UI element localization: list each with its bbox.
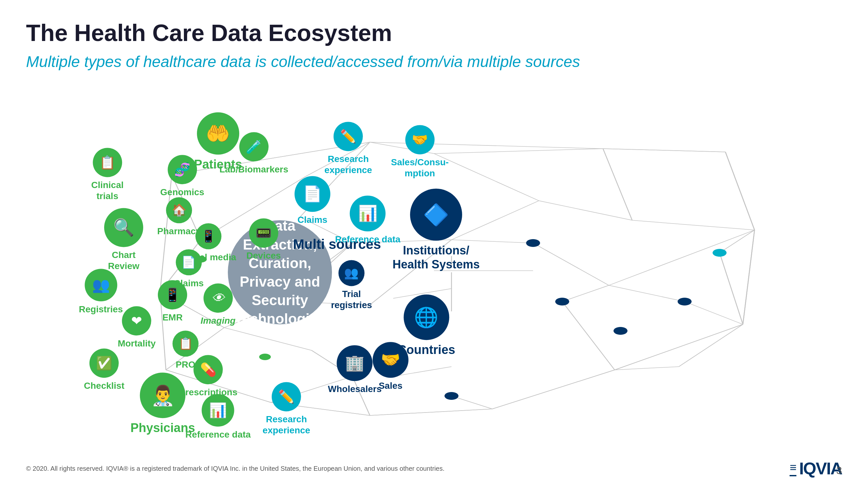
label-chart-review: ChartReview	[108, 250, 140, 271]
svg-line-42	[370, 409, 492, 416]
svg-line-33	[720, 253, 743, 324]
svg-line-52	[562, 301, 615, 370]
node-trial-registries: 👥 Trialregistries	[331, 260, 372, 311]
node-clinical-trials: 📋 Clinicaltrials	[91, 148, 124, 201]
node-reference-data-teal: 📊 Reference data	[335, 196, 401, 245]
svg-line-8	[725, 152, 755, 230]
label-wholesalers: Wholesalers	[328, 384, 382, 395]
svg-line-11	[632, 220, 754, 230]
footer-text: © 2020. All rights reserved. IQVIA® is a…	[26, 465, 444, 473]
svg-line-54	[720, 230, 754, 253]
label-trial-registries: Trialregistries	[331, 289, 372, 311]
label-registries: Registries	[79, 304, 123, 315]
svg-line-35	[492, 370, 615, 409]
label-imaging: Imaging	[200, 315, 235, 326]
label-ref-data-bottom: Reference data	[186, 429, 251, 440]
svg-line-32	[615, 324, 743, 370]
node-ref-data-bottom: 📊 Reference data	[186, 394, 251, 440]
node-claims-teal: 📄 Claims	[294, 176, 330, 225]
svg-line-34	[615, 367, 679, 370]
svg-point-74	[614, 327, 627, 335]
label-mortality: Mortality	[118, 338, 156, 349]
svg-line-53	[685, 301, 743, 324]
svg-point-72	[555, 298, 569, 305]
label-emr: EMR	[162, 312, 183, 323]
node-sales-consumption: 🤝 Sales/Consu-mption	[391, 125, 448, 178]
svg-line-29	[609, 285, 685, 301]
label-research-exp-bottom: Researchexperience	[262, 414, 310, 435]
label-claims-teal: Claims	[298, 215, 328, 225]
label-checklist: Checklist	[84, 380, 125, 391]
svg-line-59	[615, 324, 743, 370]
svg-line-28	[562, 285, 609, 301]
footer: © 2020. All rights reserved. IQVIA® is a…	[26, 459, 842, 478]
svg-line-7	[603, 149, 632, 220]
label-sales: Sales	[378, 380, 402, 391]
svg-line-27	[609, 230, 755, 285]
label-genomics: Genomics	[160, 187, 204, 198]
svg-line-57	[725, 152, 755, 230]
label-sales-consumption: Sales/Consu-mption	[391, 157, 448, 178]
label-research-exp-top: Researchexperience	[324, 154, 372, 175]
svg-line-36	[452, 396, 492, 409]
node-research-exp-bottom: ✏️ Researchexperience	[262, 382, 310, 435]
node-mortality: ❤ Mortality	[118, 306, 156, 349]
label-clinical-trials: Clinicaltrials	[91, 180, 124, 201]
node-genomics: 🧬 Genomics	[160, 155, 204, 198]
svg-line-31	[679, 324, 743, 367]
svg-point-69	[444, 392, 459, 400]
svg-point-73	[678, 298, 691, 305]
label-institutions: Institutions/Health Systems	[393, 243, 480, 271]
node-wholesalers: 🏢 Wholesalers	[328, 345, 382, 395]
page: The Health Care Data Ecosystem Multiple …	[0, 0, 868, 488]
svg-point-71	[712, 249, 726, 257]
svg-line-9	[539, 201, 632, 220]
node-checklist: ✅ Checklist	[84, 349, 125, 391]
label-devices: Devices	[246, 250, 281, 261]
node-imaging: 👁 Imaging	[200, 283, 235, 326]
label-reference-data-teal: Reference data	[335, 234, 401, 245]
svg-line-58	[743, 230, 755, 324]
svg-line-60	[492, 370, 615, 409]
svg-line-5	[434, 149, 603, 154]
page-title: The Health Care Data Ecosystem	[26, 20, 842, 46]
node-research-exp-top: ✏️ Researchexperience	[324, 122, 372, 175]
node-registries: 👥 Registries	[79, 269, 123, 315]
svg-line-61	[370, 409, 492, 416]
node-institutions: 🔷 Institutions/Health Systems	[393, 189, 480, 271]
svg-line-26	[533, 243, 609, 285]
svg-line-30	[743, 230, 755, 324]
page-number: 3	[836, 464, 842, 477]
iqvia-logo: ≡ IQVIA	[789, 459, 842, 478]
node-emr: 📱 EMR	[158, 280, 187, 323]
svg-line-56	[603, 149, 725, 152]
page-subtitle: Multiple types of healthcare data is col…	[26, 53, 842, 71]
node-chart-review: 🔍 ChartReview	[104, 208, 143, 271]
node-lab-biomarkers: 🧪 Lab/Biomarkers	[219, 132, 288, 175]
label-lab-biomarkers: Lab/Biomarkers	[219, 164, 288, 175]
node-devices: 📟 Devices	[246, 218, 281, 261]
svg-line-6	[603, 149, 725, 152]
svg-point-70	[526, 239, 540, 247]
diagram-area: Data Extraction, Curation, Privacy and S…	[26, 84, 842, 458]
svg-point-68	[259, 354, 271, 360]
